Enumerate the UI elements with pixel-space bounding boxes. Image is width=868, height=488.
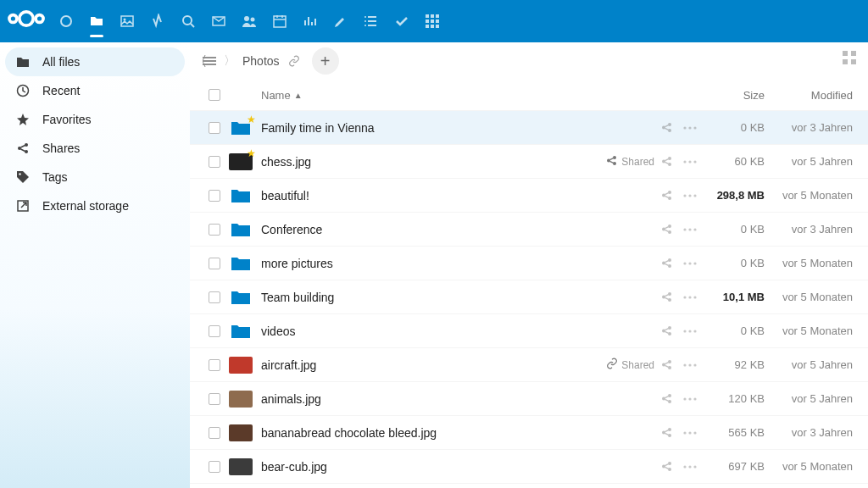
mail-icon[interactable] — [203, 0, 234, 42]
row-checkbox[interactable] — [209, 427, 220, 439]
column-modified[interactable]: Modified — [771, 89, 856, 102]
share-icon[interactable] — [654, 189, 678, 202]
share-icon[interactable] — [654, 291, 678, 303]
svg-rect-10 — [274, 16, 286, 27]
file-row[interactable]: animals.jpg120 KBvor 5 Jahren — [190, 381, 868, 415]
sidebar-item-label: Tags — [42, 170, 68, 184]
more-icon[interactable] — [678, 262, 702, 265]
photos-icon[interactable] — [112, 0, 142, 42]
file-name[interactable]: more pictures — [261, 257, 587, 270]
file-row[interactable]: videos0 KBvor 5 Monaten — [190, 313, 868, 347]
file-row[interactable]: bananabread chocolate bleed.jpg565 KBvor… — [190, 415, 868, 449]
more-icon[interactable] — [678, 194, 702, 197]
more-icon[interactable] — [678, 126, 702, 130]
share-icon[interactable] — [654, 426, 678, 439]
row-checkbox[interactable] — [209, 190, 220, 202]
more-icon[interactable] — [678, 363, 702, 367]
activity-icon[interactable] — [142, 0, 173, 42]
app-logo[interactable] — [7, 8, 46, 34]
svg-point-80 — [668, 366, 671, 369]
row-checkbox[interactable] — [209, 224, 220, 236]
svg-point-46 — [688, 160, 691, 163]
sidebar-item-favorites[interactable]: Favorites — [5, 105, 185, 134]
row-checkbox[interactable] — [209, 359, 220, 371]
file-name[interactable]: Family time in Vienna — [261, 121, 587, 135]
more-icon[interactable] — [678, 160, 702, 164]
sidebar-item-recent[interactable]: Recent — [5, 76, 185, 105]
edit-icon[interactable] — [326, 0, 356, 42]
share-icon[interactable] — [654, 121, 678, 134]
analytics-icon[interactable] — [295, 0, 326, 42]
svg-point-75 — [683, 330, 686, 332]
more-icon[interactable] — [678, 431, 702, 435]
add-button[interactable]: + — [312, 47, 339, 75]
file-row[interactable]: more pictures0 KBvor 5 Monaten — [190, 246, 868, 280]
sidebar-item-shares[interactable]: Shares — [5, 134, 185, 163]
column-name[interactable]: Name ▲ — [261, 89, 587, 102]
file-name[interactable]: bear-cub.jpg — [261, 460, 587, 474]
row-checkbox[interactable] — [209, 291, 220, 303]
file-name[interactable]: chess.jpg — [261, 155, 587, 169]
home-icon[interactable] — [198, 50, 220, 72]
file-name[interactable]: Team building — [261, 291, 587, 304]
share-icon[interactable] — [654, 257, 678, 269]
list-icon[interactable] — [356, 0, 387, 42]
svg-rect-22 — [436, 25, 439, 28]
file-size: 0 KB — [702, 257, 771, 269]
grid-icon[interactable] — [417, 0, 448, 42]
share-icon[interactable] — [654, 392, 678, 405]
share-icon[interactable] — [654, 155, 678, 168]
share-icon[interactable] — [654, 324, 678, 337]
sidebar-item-all-files[interactable]: All files — [5, 47, 185, 76]
sidebar-item-external-storage[interactable]: External storage — [5, 191, 185, 220]
file-row[interactable]: bmw.jpeg3,1 MBvor 5 Jahren — [190, 483, 868, 488]
column-size[interactable]: Size — [702, 89, 771, 102]
svg-rect-31 — [843, 59, 848, 64]
file-row[interactable]: Team building10,1 MBvor 5 Monaten — [190, 280, 868, 313]
file-name[interactable]: Conference — [261, 223, 587, 236]
contacts-icon[interactable] — [234, 0, 264, 42]
more-icon[interactable] — [678, 465, 702, 469]
file-row[interactable]: aircraft.jpgShared92 KBvor 5 Jahren — [190, 347, 868, 381]
share-icon[interactable] — [654, 223, 678, 236]
row-checkbox[interactable] — [209, 393, 220, 405]
dashboard-icon[interactable] — [51, 0, 81, 42]
more-icon[interactable] — [678, 397, 702, 401]
row-checkbox[interactable] — [209, 325, 220, 337]
file-row[interactable]: bear-cub.jpg697 KBvor 5 Monaten — [190, 449, 868, 483]
file-row[interactable]: beautiful!298,8 MBvor 5 Monaten — [190, 178, 868, 212]
svg-point-58 — [688, 228, 691, 230]
tasks-icon[interactable] — [387, 0, 417, 42]
row-checkbox[interactable] — [209, 258, 220, 269]
shared-indicator[interactable]: Shared — [587, 154, 654, 169]
row-checkbox[interactable] — [209, 156, 220, 168]
file-modified: vor 3 Jahren — [771, 426, 856, 439]
files-icon[interactable] — [81, 0, 112, 42]
more-icon[interactable] — [678, 296, 702, 299]
file-name[interactable]: videos — [261, 324, 587, 338]
row-checkbox[interactable] — [209, 461, 220, 473]
file-row[interactable]: ★chess.jpgShared60 KBvor 5 Jahren — [190, 144, 868, 178]
share-icon[interactable] — [654, 460, 678, 473]
search-icon[interactable] — [173, 0, 203, 42]
svg-rect-17 — [426, 19, 429, 23]
link-icon[interactable] — [287, 53, 302, 69]
file-name[interactable]: bananabread chocolate bleed.jpg — [261, 426, 587, 440]
grid-view-icon[interactable] — [843, 51, 856, 67]
row-checkbox[interactable] — [209, 122, 220, 134]
sidebar-item-tags[interactable]: Tags — [5, 163, 185, 191]
folder-icon — [227, 186, 254, 206]
file-row[interactable]: ★Family time in Vienna0 KBvor 3 Jahren — [190, 110, 868, 144]
select-all-checkbox[interactable] — [209, 89, 220, 101]
breadcrumb-current[interactable]: Photos — [242, 54, 280, 68]
file-name[interactable]: animals.jpg — [261, 392, 587, 406]
file-row[interactable]: Conference0 KBvor 3 Jahren — [190, 212, 868, 246]
shared-indicator[interactable]: Shared — [587, 358, 654, 372]
more-icon[interactable] — [678, 228, 702, 231]
share-icon[interactable] — [654, 358, 678, 371]
image-thumbnail — [227, 457, 254, 477]
more-icon[interactable] — [678, 330, 702, 333]
file-name[interactable]: aircraft.jpg — [261, 358, 587, 372]
calendar-icon[interactable] — [264, 0, 295, 42]
file-name[interactable]: beautiful! — [261, 189, 587, 202]
